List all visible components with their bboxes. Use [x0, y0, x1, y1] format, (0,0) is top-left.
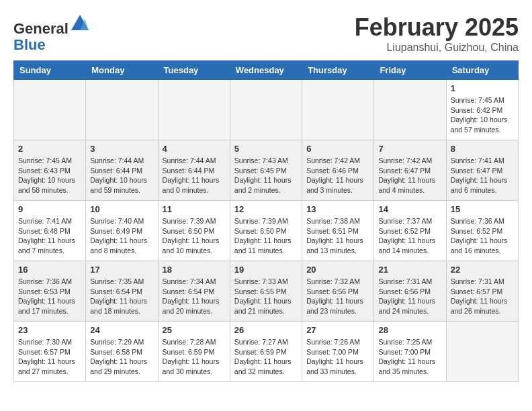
- day-info: Sunrise: 7:25 AM Sunset: 7:00 PM Dayligh…: [378, 337, 441, 377]
- logo: General Blue: [13, 13, 90, 53]
- calendar-week-5: 23Sunrise: 7:30 AM Sunset: 6:57 PM Dayli…: [14, 322, 519, 382]
- day-number: 21: [378, 265, 441, 275]
- calendar: SundayMondayTuesdayWednesdayThursdayFrid…: [13, 60, 519, 382]
- day-number: 27: [306, 325, 369, 335]
- calendar-cell: 8Sunrise: 7:41 AM Sunset: 6:47 PM Daylig…: [446, 140, 518, 201]
- day-info: Sunrise: 7:38 AM Sunset: 6:51 PM Dayligh…: [306, 216, 369, 256]
- calendar-week-4: 16Sunrise: 7:36 AM Sunset: 6:53 PM Dayli…: [14, 261, 519, 322]
- day-number: 6: [306, 144, 369, 154]
- day-number: 24: [90, 325, 153, 335]
- day-number: 7: [378, 144, 441, 154]
- day-info: Sunrise: 7:31 AM Sunset: 6:56 PM Dayligh…: [378, 277, 441, 316]
- day-info: Sunrise: 7:34 AM Sunset: 6:54 PM Dayligh…: [163, 277, 226, 316]
- calendar-cell: 23Sunrise: 7:30 AM Sunset: 6:57 PM Dayli…: [14, 322, 86, 382]
- day-number: 26: [234, 325, 298, 335]
- day-info: Sunrise: 7:30 AM Sunset: 6:57 PM Dayligh…: [18, 337, 81, 377]
- day-number: 16: [18, 265, 81, 275]
- calendar-week-1: 1Sunrise: 7:45 AM Sunset: 6:42 PM Daylig…: [14, 80, 519, 140]
- day-info: Sunrise: 7:36 AM Sunset: 6:53 PM Dayligh…: [18, 277, 81, 316]
- weekday-header-row: SundayMondayTuesdayWednesdayThursdayFrid…: [14, 61, 519, 80]
- day-number: 22: [451, 265, 514, 275]
- logo-icon: [70, 13, 90, 34]
- calendar-cell: 25Sunrise: 7:28 AM Sunset: 6:59 PM Dayli…: [158, 322, 230, 382]
- calendar-cell: 26Sunrise: 7:27 AM Sunset: 6:59 PM Dayli…: [230, 322, 302, 382]
- calendar-cell: 10Sunrise: 7:40 AM Sunset: 6:49 PM Dayli…: [86, 201, 158, 261]
- calendar-cell: 13Sunrise: 7:38 AM Sunset: 6:51 PM Dayli…: [302, 201, 374, 261]
- day-info: Sunrise: 7:45 AM Sunset: 6:42 PM Dayligh…: [451, 95, 514, 135]
- title-block: February 2025 Liupanshui, Guizhou, China: [355, 13, 519, 54]
- day-number: 1: [451, 83, 514, 93]
- calendar-cell: 24Sunrise: 7:29 AM Sunset: 6:58 PM Dayli…: [86, 322, 158, 382]
- calendar-cell: 4Sunrise: 7:44 AM Sunset: 6:44 PM Daylig…: [158, 140, 230, 201]
- day-number: 4: [163, 144, 226, 154]
- calendar-cell: 3Sunrise: 7:44 AM Sunset: 6:44 PM Daylig…: [86, 140, 158, 201]
- calendar-cell: 7Sunrise: 7:42 AM Sunset: 6:47 PM Daylig…: [374, 140, 446, 201]
- day-info: Sunrise: 7:41 AM Sunset: 6:47 PM Dayligh…: [451, 156, 514, 195]
- calendar-cell: 17Sunrise: 7:35 AM Sunset: 6:54 PM Dayli…: [86, 261, 158, 322]
- calendar-cell: [230, 80, 302, 140]
- weekday-header-thursday: Thursday: [302, 61, 374, 80]
- day-info: Sunrise: 7:31 AM Sunset: 6:57 PM Dayligh…: [451, 277, 514, 316]
- calendar-cell: 22Sunrise: 7:31 AM Sunset: 6:57 PM Dayli…: [446, 261, 518, 322]
- calendar-cell: 18Sunrise: 7:34 AM Sunset: 6:54 PM Dayli…: [158, 261, 230, 322]
- day-info: Sunrise: 7:40 AM Sunset: 6:49 PM Dayligh…: [90, 216, 153, 256]
- weekday-header-saturday: Saturday: [446, 61, 518, 80]
- calendar-week-2: 2Sunrise: 7:45 AM Sunset: 6:43 PM Daylig…: [14, 140, 519, 201]
- calendar-cell: 16Sunrise: 7:36 AM Sunset: 6:53 PM Dayli…: [14, 261, 86, 322]
- day-number: 17: [90, 265, 153, 275]
- calendar-cell: 19Sunrise: 7:33 AM Sunset: 6:55 PM Dayli…: [230, 261, 302, 322]
- calendar-cell: 12Sunrise: 7:39 AM Sunset: 6:50 PM Dayli…: [230, 201, 302, 261]
- calendar-cell: 6Sunrise: 7:42 AM Sunset: 6:46 PM Daylig…: [302, 140, 374, 201]
- day-info: Sunrise: 7:28 AM Sunset: 6:59 PM Dayligh…: [163, 337, 226, 377]
- calendar-cell: [86, 80, 158, 140]
- weekday-header-monday: Monday: [86, 61, 158, 80]
- calendar-cell: 11Sunrise: 7:39 AM Sunset: 6:50 PM Dayli…: [158, 201, 230, 261]
- day-number: 12: [234, 204, 298, 214]
- calendar-cell: 15Sunrise: 7:36 AM Sunset: 6:52 PM Dayli…: [446, 201, 518, 261]
- day-number: 15: [451, 204, 514, 214]
- weekday-header-sunday: Sunday: [14, 61, 86, 80]
- page-header: General Blue February 2025 Liupanshui, G…: [13, 13, 519, 54]
- calendar-cell: 20Sunrise: 7:32 AM Sunset: 6:56 PM Dayli…: [302, 261, 374, 322]
- day-number: 19: [234, 265, 298, 275]
- weekday-header-friday: Friday: [374, 61, 446, 80]
- day-info: Sunrise: 7:43 AM Sunset: 6:45 PM Dayligh…: [234, 156, 298, 195]
- day-info: Sunrise: 7:33 AM Sunset: 6:55 PM Dayligh…: [234, 277, 298, 316]
- day-info: Sunrise: 7:39 AM Sunset: 6:50 PM Dayligh…: [234, 216, 298, 256]
- day-number: 20: [306, 265, 369, 275]
- calendar-cell: 21Sunrise: 7:31 AM Sunset: 6:56 PM Dayli…: [374, 261, 446, 322]
- day-info: Sunrise: 7:26 AM Sunset: 7:00 PM Dayligh…: [306, 337, 369, 377]
- calendar-cell: 27Sunrise: 7:26 AM Sunset: 7:00 PM Dayli…: [302, 322, 374, 382]
- day-number: 18: [163, 265, 226, 275]
- day-number: 5: [234, 144, 298, 154]
- day-info: Sunrise: 7:42 AM Sunset: 6:46 PM Dayligh…: [306, 156, 369, 195]
- day-info: Sunrise: 7:42 AM Sunset: 6:47 PM Dayligh…: [378, 156, 441, 195]
- logo-general: General: [13, 20, 69, 37]
- weekday-header-tuesday: Tuesday: [158, 61, 230, 80]
- day-number: 11: [163, 204, 226, 214]
- day-info: Sunrise: 7:27 AM Sunset: 6:59 PM Dayligh…: [234, 337, 298, 377]
- calendar-week-3: 9Sunrise: 7:41 AM Sunset: 6:48 PM Daylig…: [14, 201, 519, 261]
- calendar-cell: 28Sunrise: 7:25 AM Sunset: 7:00 PM Dayli…: [374, 322, 446, 382]
- calendar-cell: [302, 80, 374, 140]
- day-info: Sunrise: 7:39 AM Sunset: 6:50 PM Dayligh…: [163, 216, 226, 256]
- day-info: Sunrise: 7:45 AM Sunset: 6:43 PM Dayligh…: [18, 156, 81, 195]
- day-info: Sunrise: 7:44 AM Sunset: 6:44 PM Dayligh…: [163, 156, 226, 195]
- day-number: 2: [18, 144, 81, 154]
- calendar-cell: 14Sunrise: 7:37 AM Sunset: 6:52 PM Dayli…: [374, 201, 446, 261]
- day-number: 13: [306, 204, 369, 214]
- weekday-header-wednesday: Wednesday: [230, 61, 302, 80]
- day-info: Sunrise: 7:29 AM Sunset: 6:58 PM Dayligh…: [90, 337, 153, 377]
- calendar-cell: [446, 322, 518, 382]
- calendar-cell: 5Sunrise: 7:43 AM Sunset: 6:45 PM Daylig…: [230, 140, 302, 201]
- day-info: Sunrise: 7:44 AM Sunset: 6:44 PM Dayligh…: [90, 156, 153, 195]
- day-number: 9: [18, 204, 81, 214]
- day-number: 28: [378, 325, 441, 335]
- calendar-cell: [158, 80, 230, 140]
- day-number: 8: [451, 144, 514, 154]
- day-number: 14: [378, 204, 441, 214]
- day-number: 3: [90, 144, 153, 154]
- calendar-cell: 9Sunrise: 7:41 AM Sunset: 6:48 PM Daylig…: [14, 201, 86, 261]
- day-info: Sunrise: 7:35 AM Sunset: 6:54 PM Dayligh…: [90, 277, 153, 316]
- day-info: Sunrise: 7:37 AM Sunset: 6:52 PM Dayligh…: [378, 216, 441, 256]
